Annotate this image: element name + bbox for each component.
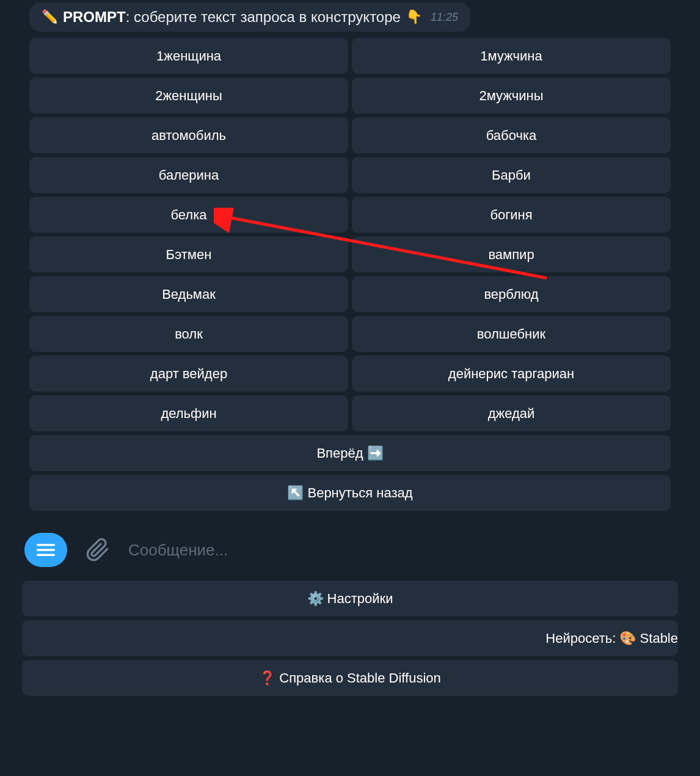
option-goddess[interactable]: богиня [352, 197, 671, 233]
option-daenerys[interactable]: дейнерис таргариан [352, 356, 671, 392]
prompt-message: ✏️ PROMPT: соберите текст запроса в конс… [29, 2, 470, 32]
option-1man[interactable]: 1мужчина [352, 38, 671, 74]
option-butterfly[interactable]: бабочка [352, 117, 671, 153]
help-button[interactable]: ❓ Справка о Stable Diffusion [22, 660, 678, 696]
paperclip-icon [86, 538, 110, 562]
message-input[interactable] [128, 541, 676, 560]
forward-button[interactable]: Вперёд ➡️ [29, 435, 671, 471]
input-row [0, 514, 700, 580]
option-wizard[interactable]: волшебник [352, 316, 671, 352]
option-squirrel[interactable]: белка [29, 197, 348, 233]
option-witcher[interactable]: Ведьмак [29, 276, 348, 312]
keyboard-grid: 1женщина 1мужчина 2женщины 2мужчины авто… [29, 38, 671, 511]
option-1woman[interactable]: 1женщина [29, 38, 348, 74]
option-camel[interactable]: верблюд [352, 276, 671, 312]
option-dolphin[interactable]: дельфин [29, 395, 348, 431]
svg-rect-2 [37, 554, 55, 557]
option-car[interactable]: автомобиль [29, 117, 348, 153]
svg-rect-0 [37, 544, 55, 546]
option-ballerina[interactable]: балерина [29, 157, 348, 193]
option-batman[interactable]: Бэтмен [29, 236, 348, 273]
option-vampire[interactable]: вампир [352, 236, 671, 273]
option-wolf[interactable]: волк [29, 316, 348, 352]
neural-network-button[interactable]: Нейросеть: 🎨 Stable [22, 620, 678, 656]
option-2women[interactable]: 2женщины [29, 78, 348, 114]
menu-icon [37, 543, 55, 557]
option-darth-vader[interactable]: дарт вейдер [29, 356, 348, 392]
attach-button[interactable] [84, 536, 111, 563]
back-button[interactable]: ↖️ Вернуться назад [29, 475, 671, 511]
prompt-label: PROMPT [63, 9, 126, 25]
pencil-icon: ✏️ [42, 9, 58, 25]
message-time: 11:25 [431, 11, 458, 24]
menu-button[interactable] [24, 533, 67, 567]
prompt-text: : соберите текст запроса в конструкторе [126, 9, 401, 25]
settings-button[interactable]: ⚙️ Настройки [22, 580, 678, 617]
option-2men[interactable]: 2мужчины [352, 78, 671, 114]
bottom-menu: ⚙️ Настройки Нейросеть: 🎨 Stable ❓ Справ… [0, 580, 700, 696]
option-barbie[interactable]: Барби [352, 157, 671, 193]
option-jedi[interactable]: джедай [352, 395, 671, 431]
svg-rect-1 [37, 549, 55, 551]
pointing-down-icon: 👇 [406, 9, 422, 25]
